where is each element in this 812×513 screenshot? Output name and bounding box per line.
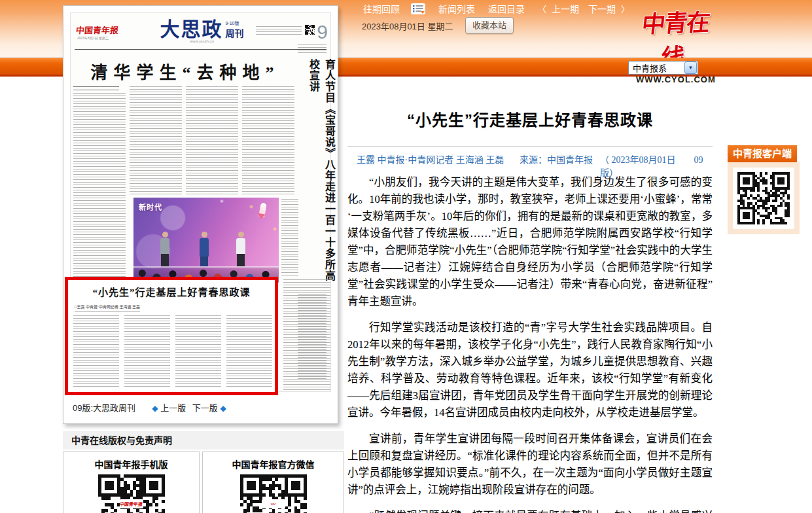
article-paragraph: 宣讲前，青年学生宣讲团每隔一段时间召开集体备课会，宣讲员们在会上回顾和复盘宣讲经… xyxy=(347,431,713,499)
app-client-header: 中青报客户端 xyxy=(728,145,797,162)
simulated-text-column xyxy=(283,279,330,392)
mobile-version-box: 中国青年报手机版 中国青年报 xyxy=(63,451,200,513)
wechat-official-title: 中国青年报官方微信 xyxy=(203,457,344,470)
article-issue-date: （ 2023年08月01日 09 版） xyxy=(600,152,713,179)
qr-center-logo: 〰 xyxy=(262,499,285,508)
app-client-qr-box xyxy=(728,162,800,234)
simulated-byline xyxy=(73,86,119,92)
simulated-text-column xyxy=(73,315,119,387)
next-page-link[interactable]: 下一版 xyxy=(192,403,218,413)
article-main: “小先生”行走基层上好青春思政课 王露 中青报·中青网记者 王海涵 王磊 来源：… xyxy=(347,77,713,513)
nav-news-list[interactable]: 新闻列表 xyxy=(438,2,475,15)
nav-prev-issue[interactable]: 上一期 xyxy=(552,2,579,15)
page: 2023年08月01日 星期二 收藏本站 中青在线 WWW.CYOL.COM 往… xyxy=(0,0,812,513)
newspaper-dateline: 2023年8月1日 星期二 xyxy=(77,35,109,40)
article-paragraph: 行知学堂实践活动是该校打造的“青”字号大学生社会实践品牌项目。自2012年以来的… xyxy=(347,319,713,421)
prev-page-link[interactable]: 上一版 xyxy=(160,403,186,413)
nav-past-issues[interactable]: 往期回顾 xyxy=(363,2,400,15)
paper-series-select[interactable]: 中青报系 ▼ xyxy=(628,61,698,75)
highlighted-article-region[interactable]: “小先生”行走基层上好青春思政课 □王露 中青报·中青网记者 王海涵 王磊 xyxy=(65,277,278,395)
copyright-notice-bar: 中青在线版权与免责声明 xyxy=(63,431,344,450)
person-figure-astronaut xyxy=(199,232,209,267)
paper-series-value: 中青报系 xyxy=(629,62,684,74)
boxed-article-headline: “小先生”行走基层上好青春思政课 xyxy=(68,285,275,298)
simulated-text-column xyxy=(73,93,126,277)
weekly-subtitle: 周刊 xyxy=(226,26,244,39)
chevron-down-icon[interactable]: ▼ xyxy=(684,62,697,74)
photo-caption-text xyxy=(281,199,298,277)
simulated-credit-text xyxy=(298,44,327,55)
wechat-qr-code: 〰 xyxy=(240,474,307,513)
mobile-qr-code: 中国青年报 xyxy=(98,474,165,513)
simulated-text-column xyxy=(130,86,182,196)
page-nav-label: 09版:大思政周刊 xyxy=(73,403,135,413)
current-date: 2023年08月01日 星期二 xyxy=(362,20,453,32)
page-nav-footer: 09版:大思政周刊 ◆ 上一版 下一版 ◆ xyxy=(73,401,226,414)
newspaper-main-headline: 清华学生“去种地” xyxy=(77,59,293,83)
simulated-text-column xyxy=(242,86,294,196)
byline-row: 王露 中青报·中青网记者 王海涵 王磊 来源：中国青年报 （ 2023年08月0… xyxy=(347,146,713,165)
nav-back-catalog[interactable]: 返回目录 xyxy=(488,2,525,15)
simulated-text-column xyxy=(186,86,238,196)
simulated-text-column xyxy=(226,315,272,387)
page-number: 9 xyxy=(317,22,328,42)
article-paragraph: “小朋友们，我今天讲的主题是伟大变革，我们身边发生了很多可感的变化。10年前的我… xyxy=(347,174,713,310)
masthead-qr-code xyxy=(305,25,315,35)
wechat-official-box: 中国青年报官方微信 〰 xyxy=(202,451,344,513)
next-page-icon[interactable]: ◆ xyxy=(220,404,226,413)
article-authors: 王露 中青报·中青网记者 王海涵 王磊 xyxy=(357,152,504,166)
newspaper-logo: 中国青年报 xyxy=(75,24,119,36)
weekly-site: www.youth.cn xyxy=(141,39,262,43)
stage-photo: 新时代 xyxy=(133,198,279,283)
qr-center-logo: 中国青年报 xyxy=(120,499,143,508)
article-source: 来源：中国青年报 xyxy=(520,152,593,166)
newspaper-preview-panel: 中国青年报 2023年8月1日 星期二 大思政9-10版周刊 www.youth… xyxy=(63,5,338,424)
editor-credits-text xyxy=(256,26,302,35)
prev-page-icon[interactable]: ◆ xyxy=(152,404,158,413)
masthead-center: 大思政9-10版周刊 www.youth.cn xyxy=(141,20,262,43)
simulated-text-column xyxy=(124,315,170,387)
nav-items: 往期回顾 新闻列表 返回目录 〈 上一期 下一期 〉 xyxy=(363,0,635,17)
newspaper-masthead: 中国青年报 2023年8月1日 星期二 大思政9-10版周刊 www.youth… xyxy=(71,17,330,48)
vertical-headline: 育人节目《宝哥说》八年走进一百一十多所高校宣讲 xyxy=(306,59,337,289)
article-paragraph: “既然发现问题关键，接下来就是要在既有基础上，加入一些小学员感兴趣的东西，并在教… xyxy=(347,508,713,513)
photo-backdrop-text: 新时代 xyxy=(139,202,162,212)
app-qr-code xyxy=(733,168,794,229)
boxed-article-byline: □王露 中青报·中青网记者 王海涵 王磊 xyxy=(75,304,140,311)
nav-next-issue[interactable]: 下一期 xyxy=(588,2,616,15)
person-figure xyxy=(160,232,170,267)
next-issue-arrow-icon[interactable]: 〉 xyxy=(621,3,629,15)
bookmark-site-button[interactable]: 收藏本站 xyxy=(465,17,514,34)
prev-issue-arrow-icon[interactable]: 〈 xyxy=(538,3,546,15)
masthead-right: 9 xyxy=(256,22,328,42)
weekly-pages: 9-10版 xyxy=(226,20,244,26)
mobile-version-title: 中国青年报手机版 xyxy=(63,457,199,470)
weekly-title: 大思政 xyxy=(160,20,223,39)
issue-list-icon[interactable] xyxy=(411,3,425,14)
article-title: “小先生”行走基层上好青春思政课 xyxy=(347,107,713,130)
simulated-text-column xyxy=(175,315,221,387)
masthead-rule xyxy=(75,49,327,50)
person-figure xyxy=(236,232,246,267)
